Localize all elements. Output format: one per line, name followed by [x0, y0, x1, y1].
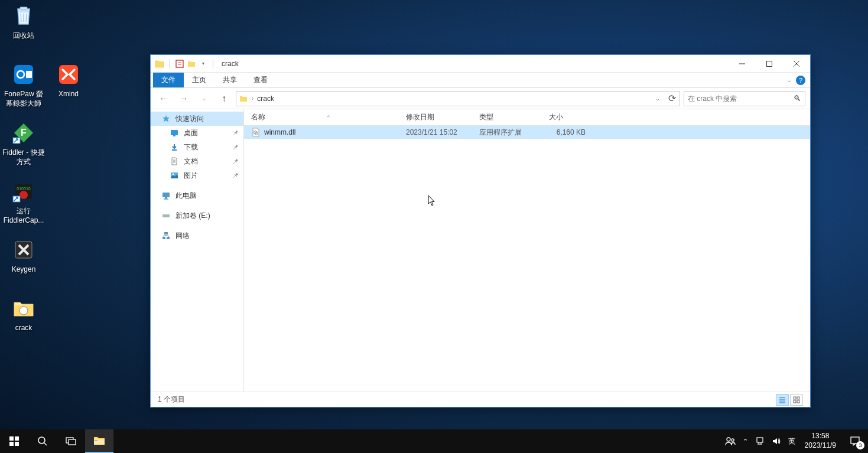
ribbon-tab-view[interactable]: 查看: [245, 73, 276, 87]
nav-desktop[interactable]: 桌面📌︎: [151, 126, 243, 140]
svg-text:010010: 010010: [17, 187, 30, 191]
ribbon-expand-icon[interactable]: ⌵: [788, 77, 791, 83]
svg-point-29: [168, 216, 169, 217]
notification-center-button[interactable]: 3: [842, 429, 868, 453]
svg-rect-21: [173, 135, 175, 136]
pin-icon: 📌︎: [232, 158, 239, 165]
window-title: crack: [222, 60, 239, 68]
tray-volume-icon[interactable]: [768, 429, 785, 453]
status-bar: 1 个项目: [151, 392, 810, 407]
file-list-pane: 名称⌃ 修改日期 类型 大小 winmm.dll 2023/1/21 15:02…: [244, 109, 810, 392]
desktop-icon-label: FonePaw 螢幕錄影大師: [1, 90, 46, 108]
tray-overflow-icon[interactable]: ⌃: [739, 429, 752, 453]
file-size: 6,160 KB: [542, 128, 593, 136]
nav-this-pc[interactable]: 此电脑: [151, 188, 243, 203]
file-row[interactable]: winmm.dll 2023/1/21 15:02 应用程序扩展 6,160 K…: [244, 126, 810, 139]
nav-downloads[interactable]: 下载📌︎: [151, 140, 243, 154]
column-date[interactable]: 修改日期: [399, 109, 472, 125]
svg-rect-3: [26, 71, 32, 78]
tray-ime-indicator[interactable]: 英: [785, 429, 799, 453]
desktop-icon-fiddler-cap[interactable]: 010010 运行FiddlerCap...: [1, 178, 46, 225]
search-icon[interactable]: 🔍︎: [794, 94, 801, 103]
start-button[interactable]: [0, 429, 28, 453]
desktop-icon-label: Keygen: [1, 265, 46, 275]
svg-line-44: [44, 443, 47, 445]
file-name: winmm.dll: [264, 128, 295, 136]
qat-new-folder-icon[interactable]: [187, 59, 196, 69]
drive-icon: [161, 211, 171, 220]
clock-time: 13:58: [805, 432, 836, 441]
minimize-button[interactable]: [729, 55, 756, 73]
desktop-icon-recycle-bin[interactable]: 回收站: [1, 3, 46, 41]
tray-people-icon[interactable]: [721, 429, 739, 453]
taskbar-explorer-button[interactable]: [85, 429, 113, 453]
network-icon: [161, 231, 171, 240]
nav-back-button[interactable]: ←: [155, 90, 172, 107]
address-dropdown-icon[interactable]: ⌵: [652, 95, 663, 102]
clock-date: 2023/11/9: [805, 441, 836, 451]
nav-up-button[interactable]: ↑: [216, 90, 232, 107]
close-button[interactable]: [783, 55, 810, 73]
search-input[interactable]: [688, 94, 794, 103]
desktop-icon-keygen[interactable]: Keygen: [1, 237, 46, 275]
svg-marker-19: [162, 115, 170, 122]
navigation-pane: 快速访问 桌面📌︎ 下载📌︎ 文档📌︎ 图片📌︎ 此电脑: [151, 109, 244, 392]
refresh-button[interactable]: ⟳: [667, 93, 677, 104]
desktop-icon-crack-folder[interactable]: crack: [1, 295, 46, 333]
ribbon-tab-home[interactable]: 主页: [184, 73, 214, 87]
address-bar: ← → ⌵ ↑ › crack ⌵ ⟳ 🔍︎: [151, 88, 810, 109]
tray-network-icon[interactable]: [752, 429, 768, 453]
maximize-button[interactable]: [756, 55, 783, 73]
svg-rect-14: [176, 60, 183, 67]
taskbar-clock[interactable]: 13:58 2023/11/9: [799, 432, 842, 450]
dll-file-icon: [251, 128, 261, 137]
search-button[interactable]: [28, 429, 57, 453]
file-list[interactable]: winmm.dll 2023/1/21 15:02 应用程序扩展 6,160 K…: [244, 126, 810, 392]
svg-rect-16: [767, 61, 772, 66]
file-type: 应用程序扩展: [472, 128, 542, 138]
titlebar[interactable]: ▾ crack: [151, 55, 810, 73]
view-large-icons-button[interactable]: [790, 394, 803, 406]
desktop-icon-fiddler-shortcut[interactable]: F Fiddler - 快捷方式: [1, 120, 46, 167]
nav-documents[interactable]: 文档📌︎: [151, 154, 243, 168]
svg-rect-30: [164, 232, 168, 234]
svg-rect-38: [797, 400, 799, 403]
system-tray: ⌃ 英 13:58 2023/11/9 3: [721, 429, 868, 453]
ribbon: 文件 主页 共享 查看 ⌵ ?: [151, 73, 810, 88]
svg-rect-32: [167, 237, 170, 239]
qat-dropdown-icon[interactable]: ▾: [199, 59, 208, 69]
nav-forward-button[interactable]: →: [175, 90, 192, 107]
svg-rect-31: [162, 237, 165, 239]
search-box[interactable]: 🔍︎: [684, 91, 805, 106]
task-view-button[interactable]: [57, 429, 85, 453]
document-icon: [170, 157, 179, 166]
svg-point-13: [19, 307, 28, 315]
ribbon-tab-file[interactable]: 文件: [153, 73, 184, 87]
desktop-icon-label: 运行FiddlerCap...: [1, 207, 46, 225]
nav-new-volume[interactable]: 新加卷 (E:): [151, 208, 243, 223]
nav-quick-access[interactable]: 快速访问: [151, 112, 243, 126]
qat-properties-icon[interactable]: [175, 59, 184, 69]
desktop-icon-fonepaw[interactable]: FonePaw 螢幕錄影大師: [1, 61, 46, 108]
pin-icon: 📌︎: [232, 129, 239, 136]
nav-network[interactable]: 网络: [151, 229, 243, 243]
svg-rect-47: [95, 440, 97, 441]
desktop-icon-xmind[interactable]: Xmind: [46, 61, 91, 99]
view-details-button[interactable]: [776, 394, 789, 406]
nav-recent-dropdown[interactable]: ⌵: [196, 90, 212, 107]
svg-rect-0: [20, 7, 27, 9]
column-type[interactable]: 类型: [472, 109, 542, 125]
download-icon: [170, 142, 179, 152]
column-size[interactable]: 大小: [542, 109, 593, 125]
ribbon-tab-share[interactable]: 共享: [214, 73, 245, 87]
nav-pictures[interactable]: 图片📌︎: [151, 168, 243, 182]
column-name[interactable]: 名称⌃: [244, 109, 399, 125]
address-path: crack: [257, 94, 649, 103]
help-icon[interactable]: ?: [796, 76, 805, 85]
address-box[interactable]: › crack ⌵ ⟳: [236, 91, 680, 106]
desktop-icon-label: Xmind: [46, 90, 91, 99]
sort-indicator-icon: ⌃: [326, 115, 331, 120]
svg-point-48: [727, 438, 730, 441]
svg-rect-40: [15, 436, 19, 441]
svg-rect-26: [165, 197, 167, 198]
